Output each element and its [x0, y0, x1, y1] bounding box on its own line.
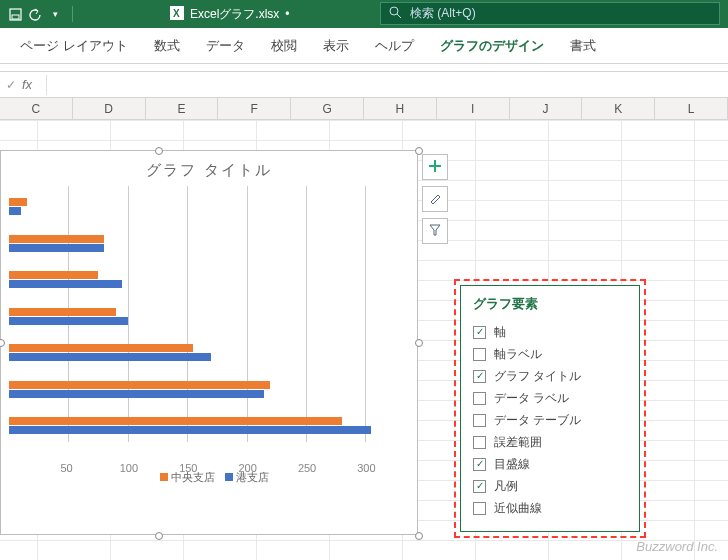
- formula-input[interactable]: [46, 75, 728, 95]
- col-header[interactable]: K: [582, 98, 655, 119]
- svg-point-4: [390, 7, 398, 15]
- tab-0[interactable]: ページ レイアウト: [20, 37, 128, 55]
- col-header[interactable]: D: [73, 98, 146, 119]
- resize-handle[interactable]: [415, 339, 423, 347]
- flyout-title: グラフ要素: [473, 296, 627, 313]
- worksheet-grid[interactable]: グラフ タイトル 50100150200250300 中央支店港支店 グラフ要素…: [0, 120, 728, 560]
- checkbox[interactable]: [473, 436, 486, 449]
- option-label: データ テーブル: [494, 412, 581, 429]
- chart-element-option[interactable]: ✓目盛線: [473, 453, 627, 475]
- svg-line-5: [397, 14, 401, 18]
- formula-bar: ✓ fx: [0, 72, 728, 98]
- chart-styles-button[interactable]: [422, 186, 448, 212]
- chart-elements-flyout-highlight: グラフ要素 ✓軸軸ラベル✓グラフ タイトルデータ ラベルデータ テーブル誤差範囲…: [454, 279, 646, 538]
- checkbox[interactable]: ✓: [473, 326, 486, 339]
- checkbox[interactable]: [473, 348, 486, 361]
- chart-element-option[interactable]: データ テーブル: [473, 409, 627, 431]
- funnel-icon: [428, 223, 442, 240]
- app-icon: X: [170, 6, 184, 23]
- title-bar: ▾ X Excelグラフ.xlsx • 検索 (Alt+Q): [0, 0, 728, 28]
- col-header[interactable]: H: [364, 98, 437, 119]
- tab-4[interactable]: 表示: [323, 37, 349, 55]
- option-label: 軸ラベル: [494, 346, 542, 363]
- column-headers: CDEFGHIJKL: [0, 98, 728, 120]
- option-label: 軸: [494, 324, 506, 341]
- save-icon[interactable]: [8, 7, 22, 21]
- col-header[interactable]: F: [218, 98, 291, 119]
- chart-element-option[interactable]: データ ラベル: [473, 387, 627, 409]
- plus-icon: [428, 159, 442, 176]
- checkbox[interactable]: [473, 414, 486, 427]
- resize-handle[interactable]: [155, 147, 163, 155]
- chart-element-option[interactable]: ✓凡例: [473, 475, 627, 497]
- chart-element-option[interactable]: ✓グラフ タイトル: [473, 365, 627, 387]
- accept-icon[interactable]: ✓: [0, 78, 22, 92]
- chart-element-option[interactable]: 軸ラベル: [473, 343, 627, 365]
- col-header[interactable]: L: [655, 98, 728, 119]
- col-header[interactable]: E: [146, 98, 219, 119]
- resize-handle[interactable]: [0, 339, 5, 347]
- option-label: グラフ タイトル: [494, 368, 581, 385]
- chart-title[interactable]: グラフ タイトル: [1, 151, 417, 186]
- checkbox[interactable]: ✓: [473, 480, 486, 493]
- col-header[interactable]: G: [291, 98, 364, 119]
- search-icon: [389, 6, 402, 22]
- checkbox[interactable]: [473, 502, 486, 515]
- chart-element-option[interactable]: 誤差範囲: [473, 431, 627, 453]
- tab-6[interactable]: グラフのデザイン: [440, 37, 544, 55]
- ribbon-tabs: ページ レイアウト数式データ校閲表示ヘルプグラフのデザイン書式: [0, 28, 728, 64]
- resize-handle[interactable]: [155, 532, 163, 540]
- checkbox[interactable]: ✓: [473, 370, 486, 383]
- chart-filters-button[interactable]: [422, 218, 448, 244]
- chart-elements-flyout[interactable]: グラフ要素 ✓軸軸ラベル✓グラフ タイトルデータ ラベルデータ テーブル誤差範囲…: [460, 285, 640, 532]
- option-label: 近似曲線: [494, 500, 542, 517]
- svg-text:X: X: [173, 8, 180, 19]
- col-header[interactable]: J: [510, 98, 583, 119]
- chart-object[interactable]: グラフ タイトル 50100150200250300 中央支店港支店: [0, 150, 418, 535]
- tab-3[interactable]: 校閲: [271, 37, 297, 55]
- option-label: データ ラベル: [494, 390, 569, 407]
- fx-label[interactable]: fx: [22, 77, 46, 92]
- search-placeholder: 検索 (Alt+Q): [410, 5, 476, 22]
- undo-icon[interactable]: [28, 7, 42, 21]
- brush-icon: [428, 191, 442, 208]
- checkbox[interactable]: [473, 392, 486, 405]
- col-header[interactable]: I: [437, 98, 510, 119]
- chart-element-option[interactable]: ✓軸: [473, 321, 627, 343]
- option-label: 目盛線: [494, 456, 530, 473]
- tab-1[interactable]: 数式: [154, 37, 180, 55]
- option-label: 誤差範囲: [494, 434, 542, 451]
- svg-rect-1: [12, 15, 19, 19]
- chart-elements-button[interactable]: [422, 154, 448, 180]
- checkbox[interactable]: ✓: [473, 458, 486, 471]
- tab-2[interactable]: データ: [206, 37, 245, 55]
- resize-handle[interactable]: [415, 532, 423, 540]
- col-header[interactable]: C: [0, 98, 73, 119]
- chevron-down-icon[interactable]: ▾: [48, 7, 62, 21]
- chart-element-option[interactable]: 近似曲線: [473, 497, 627, 519]
- search-box[interactable]: 検索 (Alt+Q): [380, 2, 720, 25]
- tab-5[interactable]: ヘルプ: [375, 37, 414, 55]
- tab-7[interactable]: 書式: [570, 37, 596, 55]
- watermark: Buzzword Inc.: [636, 539, 718, 554]
- file-name: Excelグラフ.xlsx: [190, 6, 279, 23]
- option-label: 凡例: [494, 478, 518, 495]
- modified-indicator: •: [285, 7, 289, 21]
- chart-plot-area[interactable]: 50100150200250300: [9, 186, 403, 466]
